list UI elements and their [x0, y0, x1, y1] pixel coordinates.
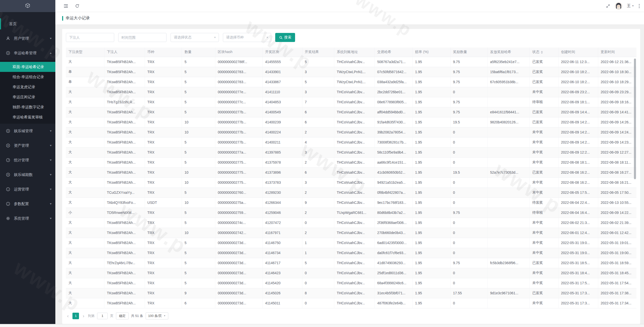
goto-page-input[interactable]	[97, 313, 108, 319]
sidebar-subitem[interactable]: 双面-幸运哈希记录	[0, 62, 55, 72]
table-cell: 大	[66, 258, 104, 268]
chevron-down-icon: ▼	[49, 144, 52, 147]
table-cell: TKswB5FhB2Ah...	[104, 278, 145, 288]
table-cell: 9	[182, 288, 215, 298]
sidebar-subitem[interactable]: 幸运庄闲记录	[0, 92, 55, 102]
table-cell: 0	[302, 268, 334, 278]
column-header[interactable]: 状态	[530, 48, 558, 57]
chevron-down-icon: ▼	[632, 5, 634, 7]
table-cell: 2022-06-01 12:42...	[598, 228, 636, 238]
svg-text:¥: ¥	[7, 130, 9, 132]
page-size-select[interactable]: 100 条/页 ▼	[146, 312, 168, 319]
avatar[interactable]	[615, 2, 622, 10]
next-page-button[interactable]: ›	[82, 313, 86, 319]
table-row: 单TKswB5FhB2Ah...TRX50000000002783...4143…	[66, 77, 636, 87]
table-cell: THCoVuahCJbv...	[334, 218, 375, 228]
table-cell: 2022-06-04 22:4...	[558, 198, 598, 208]
table-cell: 2022-06-11 12:3...	[558, 57, 598, 67]
table-cell: 6	[302, 167, 334, 177]
table-cell: 07c50fd5871642...	[375, 67, 413, 77]
table-cell: 41146423	[262, 268, 302, 278]
status-select-placeholder: 请选择状态	[174, 35, 191, 40]
table-cell: 5	[182, 77, 215, 87]
current-page-button[interactable]: 1	[72, 313, 79, 319]
sidebar-subitem[interactable]: 独胆-幸运数字记录	[0, 102, 55, 112]
bettor-input[interactable]	[66, 33, 114, 42]
table-cell: 大	[66, 97, 104, 107]
table-cell: TRX	[145, 117, 182, 127]
table-row: 大THsTg23JzihLR...TRX5000000000277c...414…	[66, 97, 636, 107]
table-cell: 小	[66, 208, 104, 218]
table-scrollbar-thumb[interactable]	[634, 59, 636, 179]
kebab-menu-icon[interactable]	[638, 4, 640, 9]
refresh-icon[interactable]	[75, 4, 79, 8]
time-range-input[interactable]	[118, 33, 167, 42]
sidebar-item[interactable]: 首页	[0, 17, 55, 31]
menu-fold-icon[interactable]	[63, 4, 68, 9]
search-button[interactable]: 搜索	[275, 33, 295, 42]
table-cell: 大	[66, 248, 104, 258]
coin-select[interactable]: 请选择币种 ▼	[223, 33, 271, 42]
sidebar-item[interactable]: 统计管理▼	[0, 153, 55, 167]
table-cell: 41433901	[262, 67, 302, 77]
table-cell: 2022-06-09 14:41...	[598, 107, 636, 117]
sidebar-item[interactable]: ¥资产管理▼	[0, 138, 55, 153]
sort-carets-icon[interactable]	[541, 51, 543, 54]
search-button-label: 搜索	[284, 35, 291, 40]
table-cell: 2022-05-31 18:45...	[598, 268, 636, 278]
horizontal-scrollbar-track[interactable]	[0, 324, 644, 327]
table-cell: 41d8749036293...	[375, 258, 413, 268]
table-cell: 270b660de0b43...	[375, 228, 413, 238]
table-cell: a5f6235eb241e7...	[488, 57, 530, 67]
table-cell: 10	[182, 117, 215, 127]
table-cell: 000000000273d...	[215, 278, 262, 288]
table-cell: 2022-06-09 14:2...	[558, 127, 598, 137]
status-select[interactable]: 请选择状态 ▼	[171, 33, 219, 42]
sidebar-item[interactable]: ¥娱乐城管理▼	[0, 124, 55, 138]
table-cell: 2022-06-10 18:30...	[598, 67, 636, 77]
topbar-right: 王 ▼	[606, 2, 640, 10]
sidebar-item[interactable]: i参数配置▼	[0, 197, 55, 211]
gauge-icon	[6, 158, 11, 162]
table-cell: 3	[302, 87, 334, 97]
sidebar-item[interactable]: 用户管理▼	[0, 31, 55, 46]
prev-page-button[interactable]: ‹	[66, 313, 70, 319]
sidebar-subitem[interactable]: 幸运哈希返奖审核	[0, 112, 55, 122]
sidebar-item[interactable]: 系统管理▼	[0, 211, 55, 226]
sidebar-item[interactable]: ¥幸运哈希管理▲	[0, 46, 55, 60]
table-cell: TRX	[145, 127, 182, 137]
sidebar-subitem[interactable]: 组合-幸运组合记录	[0, 72, 55, 82]
sidebar-subitem[interactable]: 幸运龙虎记录	[0, 82, 55, 92]
fullscreen-icon[interactable]	[606, 4, 610, 8]
sidebar-item-label: 娱乐城期数	[14, 172, 50, 177]
table-cell: TRX	[145, 238, 182, 248]
table-cell: TKswB5FhB2Ah...	[104, 147, 145, 157]
table-cell: 10	[182, 177, 215, 188]
sidebar-submenu: 双面-幸运哈希记录组合-幸运组合记录幸运龙虎记录幸运庄闲记录独胆-幸运数字记录幸…	[0, 60, 55, 124]
svg-text:¥: ¥	[7, 173, 9, 176]
table-cell: 000000000277a...	[215, 147, 262, 157]
column-header: 下注人	[104, 48, 145, 57]
sidebar-item-label: 运营管理	[14, 187, 50, 192]
table-cell: TRX	[145, 288, 182, 298]
table-cell: 5	[302, 77, 334, 87]
sidebar-item[interactable]: i运营管理▼	[0, 182, 55, 197]
table-cell: 未中奖	[530, 137, 558, 147]
table-cell: 68a4f3998248c6...	[375, 278, 413, 288]
table-cell: 0	[302, 278, 334, 288]
sidebar-item-label: 统计管理	[14, 158, 50, 163]
logo-cube-icon	[25, 3, 30, 9]
table-cell: 000000000275a...	[215, 198, 262, 208]
user-menu[interactable]: 王 ▼	[627, 4, 634, 8]
table-cell: 大	[66, 157, 104, 167]
sidebar-item-label: 参数配置	[14, 202, 50, 206]
sidebar-item[interactable]: ¥娱乐城期数▼	[0, 167, 55, 182]
table-cell: 5	[182, 87, 215, 97]
goto-confirm-button[interactable]: 确定	[116, 312, 129, 319]
table-cell: 000000000273d...	[215, 298, 262, 308]
table-cell: 已发奖	[530, 77, 558, 87]
table-cell	[488, 97, 530, 107]
table-cell: THsTg23JzihLR...	[104, 97, 145, 107]
table-row: 大TEhrZq46rLi7Bv...TRX5000000000273d...41…	[66, 258, 636, 268]
table-cell: 0	[450, 137, 488, 147]
